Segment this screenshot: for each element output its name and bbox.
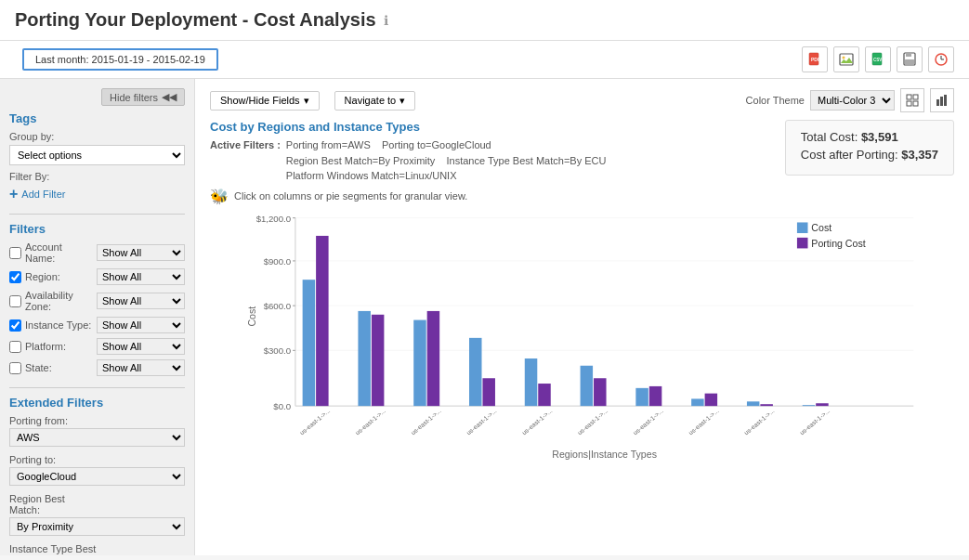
hint-icon: 🐝 xyxy=(210,188,229,205)
image-export-button[interactable] xyxy=(833,46,859,72)
state-checkbox[interactable] xyxy=(9,362,21,374)
color-theme-select[interactable]: Multi-Color 3 Multi-Color 1 Multi-Color … xyxy=(810,90,895,111)
az-select[interactable]: Show All xyxy=(97,293,185,309)
bar-cost-8[interactable] xyxy=(747,401,760,406)
clock-button[interactable] xyxy=(928,46,954,72)
bar-cost-2[interactable] xyxy=(413,319,426,406)
bar-porting-7[interactable] xyxy=(705,393,718,406)
chart-view-button[interactable] xyxy=(930,88,954,112)
filter-row-instance: Instance Type: Show All xyxy=(9,317,185,333)
filter-row-state: State: Show All xyxy=(9,359,185,376)
summary-box: Total Cost: $3,591 Cost after Porting: $… xyxy=(785,120,954,176)
instance-type-checkbox[interactable] xyxy=(9,319,21,332)
main-toolbar: Last month: 2015-01-19 - 2015-02-19 PDF … xyxy=(0,41,969,79)
date-range-button[interactable]: Last month: 2015-01-19 - 2015-02-19 xyxy=(22,48,218,71)
region-best-match-select[interactable]: By Proximity xyxy=(9,517,185,536)
bar-porting-0[interactable] xyxy=(316,235,329,405)
state-select[interactable]: Show All xyxy=(97,359,185,376)
platform-checkbox[interactable] xyxy=(9,341,21,353)
porting-from-select[interactable]: AWS xyxy=(9,428,185,447)
content-toolbar-left: Show/Hide Fields ▾ Navigate to ▾ xyxy=(210,91,415,111)
region-best-match-row: Region BestMatch: By Proximity xyxy=(9,493,185,536)
svg-text:us-east-1->...: us-east-1->... xyxy=(743,407,776,436)
bar-chart-svg[interactable]: $1,200.0 $900.0 $600.0 $300.0 $0.0 Cost xyxy=(210,209,954,460)
show-hide-fields-button[interactable]: Show/Hide Fields ▾ xyxy=(210,91,320,111)
svg-text:$300.0: $300.0 xyxy=(264,345,291,356)
svg-text:Cost: Cost xyxy=(811,222,832,233)
bar-cost-6[interactable] xyxy=(635,387,648,405)
platform-select[interactable]: Show All xyxy=(97,338,185,355)
svg-rect-13 xyxy=(913,95,918,99)
hide-filters-button[interactable]: Hide filters ◀◀ xyxy=(101,88,185,106)
total-cost-line: Total Cost: $3,591 xyxy=(801,130,938,144)
bar-porting-5[interactable] xyxy=(594,378,607,406)
bar-porting-9[interactable] xyxy=(816,403,829,406)
svg-text:us-east-1->...: us-east-1->... xyxy=(520,407,553,436)
svg-text:$0.0: $0.0 xyxy=(273,401,291,411)
svg-text:us-east-1->...: us-east-1->... xyxy=(576,407,609,436)
svg-point-3 xyxy=(843,57,845,59)
pdf-icon: PDF xyxy=(807,52,822,67)
filter-by-label: Filter By: xyxy=(9,171,185,182)
region-select[interactable]: Show All xyxy=(97,268,185,285)
svg-rect-18 xyxy=(944,95,947,106)
save-button[interactable] xyxy=(897,46,923,72)
main-content: Show/Hide Fields ▾ Navigate to ▾ Color T… xyxy=(195,79,969,555)
bar-porting-4[interactable] xyxy=(538,384,551,406)
instance-type-best-match-row: Instance Type BestMatch: By ECU xyxy=(9,543,185,555)
save-icon xyxy=(902,52,917,67)
bar-porting-1[interactable] xyxy=(372,314,385,405)
bar-chart-icon xyxy=(936,94,949,107)
filter-row-account: Account Name: Show All xyxy=(9,241,185,264)
porting-from-row: Porting from: AWS xyxy=(9,415,185,447)
bar-cost-9[interactable] xyxy=(803,405,816,406)
account-name-select[interactable]: Show All xyxy=(97,244,185,261)
svg-rect-8 xyxy=(905,59,914,64)
porting-cost-line: Cost after Porting: $3,357 xyxy=(801,148,938,162)
bar-cost-1[interactable] xyxy=(358,310,371,405)
svg-text:$1,200.0: $1,200.0 xyxy=(256,213,291,223)
content-toolbar: Show/Hide Fields ▾ Navigate to ▾ Color T… xyxy=(210,88,954,112)
bar-porting-3[interactable] xyxy=(482,378,495,406)
porting-to-row: Porting to: GoogleCloud xyxy=(9,454,185,486)
add-filter-button[interactable]: + Add Filter xyxy=(9,186,185,202)
color-theme-label: Color Theme xyxy=(746,95,805,106)
az-checkbox[interactable] xyxy=(9,295,21,307)
pdf-export-button[interactable]: PDF xyxy=(802,46,828,72)
bar-porting-6[interactable] xyxy=(649,385,662,405)
svg-text:$600.0: $600.0 xyxy=(264,301,291,311)
svg-text:us-east-1->...: us-east-1->... xyxy=(687,407,720,436)
grid-view-button[interactable] xyxy=(900,88,924,112)
bar-cost-7[interactable] xyxy=(691,398,704,406)
clock-icon xyxy=(934,52,949,67)
csv-icon: CSV xyxy=(871,52,885,67)
porting-to-select[interactable]: GoogleCloud xyxy=(9,467,185,486)
header: Porting Your Deployment - Cost Analysis … xyxy=(0,0,969,41)
info-icon[interactable]: ℹ xyxy=(384,13,388,28)
tags-section: Tags Group by: Select options Filter By:… xyxy=(9,111,185,202)
extended-filters-section: Extended Filters Porting from: AWS Porti… xyxy=(9,396,185,555)
svg-text:PDF: PDF xyxy=(811,57,820,62)
account-name-checkbox[interactable] xyxy=(9,247,21,259)
bar-cost-5[interactable] xyxy=(581,365,594,405)
svg-text:$900.0: $900.0 xyxy=(264,255,291,266)
instance-type-select[interactable]: Show All xyxy=(97,317,185,333)
bar-cost-4[interactable] xyxy=(525,358,538,406)
svg-text:CSV: CSV xyxy=(873,58,882,62)
csv-export-button[interactable]: CSV xyxy=(865,46,891,72)
svg-rect-14 xyxy=(907,101,911,106)
sidebar: Hide filters ◀◀ Tags Group by: Select op… xyxy=(0,79,195,555)
svg-text:us-east-1->...: us-east-1->... xyxy=(298,407,331,436)
group-by-select[interactable]: Select options xyxy=(9,145,185,165)
bar-porting-2[interactable] xyxy=(427,310,440,405)
bar-porting-8[interactable] xyxy=(760,404,773,406)
region-checkbox[interactable] xyxy=(9,271,21,283)
navigate-to-button[interactable]: Navigate to ▾ xyxy=(334,91,416,111)
filters-title: Filters xyxy=(9,222,185,236)
bar-cost-0[interactable] xyxy=(303,280,316,406)
svg-text:us-east-1->...: us-east-1->... xyxy=(410,407,442,436)
svg-rect-16 xyxy=(936,99,939,106)
bar-cost-3[interactable] xyxy=(469,337,482,405)
svg-rect-12 xyxy=(907,95,911,99)
content-toolbar-right: Color Theme Multi-Color 3 Multi-Color 1 … xyxy=(746,88,954,112)
